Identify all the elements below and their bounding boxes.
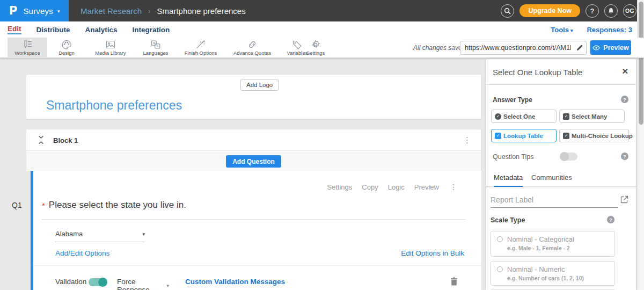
caret-down-icon: ▾: [166, 283, 169, 288]
answer-dropdown-value: Alabama: [55, 230, 83, 238]
question-settings-panel: Select One Lookup Table ✕ Answer Type ? …: [486, 59, 636, 290]
page-scrollbar-thumb[interactable]: [639, 2, 643, 125]
question-tips-help-icon[interactable]: ?: [621, 153, 628, 160]
collapse-block-icon[interactable]: [38, 135, 44, 147]
answer-type-multi-choice-lookup[interactable]: ✓ Multi-Choice Lookup: [559, 129, 629, 142]
scale-type-help-icon[interactable]: ?: [607, 216, 614, 223]
answer-type-select-many[interactable]: ✓ Select Many: [559, 110, 625, 123]
product-menu-label: Surveys: [23, 6, 53, 16]
question-settings-link[interactable]: Settings: [327, 183, 352, 191]
answer-type-lookup-table[interactable]: ✓ Lookup Table: [491, 129, 557, 142]
question-copy-link[interactable]: Copy: [362, 183, 378, 191]
edit-url-button[interactable]: [573, 41, 586, 55]
add-logo-button[interactable]: Add Logo: [240, 79, 279, 91]
scale-option-nominal-numeric[interactable]: Nominal - Numeric e.g. Number of cars (1…: [491, 261, 615, 286]
question-tips-toggle[interactable]: [560, 153, 577, 161]
block-name[interactable]: Block 1: [53, 136, 78, 144]
preview-button[interactable]: Preview: [590, 40, 631, 55]
report-label-field: [491, 194, 618, 208]
toolbar-item-settings[interactable]: Settings: [298, 38, 333, 58]
translate-icon: ★A: [150, 40, 161, 49]
help-button[interactable]: ?: [586, 4, 599, 18]
force-response-dropdown[interactable]: Force Response ▾: [117, 276, 169, 290]
breadcrumb-parent[interactable]: Market Research: [80, 6, 142, 16]
question-logic-link[interactable]: Logic: [388, 183, 405, 191]
tab-integration[interactable]: Integration: [133, 26, 170, 34]
caret-down-icon: ▾: [570, 28, 573, 33]
toolbar-item-advance-quotas[interactable]: Advance Quotas: [225, 38, 279, 58]
toolbar-item-workspace[interactable]: Workspace: [8, 38, 47, 58]
top-actions: Upgrade Now ? OG: [501, 0, 636, 21]
toolbar-item-media-library[interactable]: Media Library: [86, 38, 135, 58]
notifications-button[interactable]: [604, 4, 618, 18]
toolbar-item-finish-options[interactable]: Finish Options: [176, 38, 225, 58]
breadcrumb-current: Smartphone preferences: [157, 6, 246, 16]
bell-icon: [608, 8, 614, 15]
close-icon[interactable]: ✕: [621, 67, 628, 76]
square-check-icon: ✓: [495, 133, 501, 139]
question-card: Settings Copy Logic Preview ⋮ * Please s…: [31, 171, 481, 290]
survey-url-field: [460, 41, 587, 55]
answer-type-help-icon[interactable]: ?: [621, 96, 628, 103]
square-check-icon: ✓: [563, 133, 569, 139]
validation-toggle[interactable]: [89, 278, 106, 286]
tab-analytics[interactable]: Analytics: [85, 26, 118, 34]
top-bar: P Surveys ▾ Market Research › Smartphone…: [0, 0, 644, 21]
block-menu-dots-icon[interactable]: ⋮: [463, 135, 471, 146]
magic-wand-icon: [195, 40, 206, 49]
add-question-button[interactable]: Add Question: [226, 155, 281, 168]
delete-question-button[interactable]: [450, 277, 458, 288]
circle-check-icon: ✓: [495, 113, 501, 120]
tab-metadata[interactable]: Metadata: [494, 173, 523, 187]
edit-options-in-bulk-link[interactable]: Edit Options in Bulk: [401, 249, 464, 257]
surveys-menu[interactable]: P Surveys ▾: [0, 0, 69, 21]
custom-validation-messages-link[interactable]: Custom Validation Messages: [185, 278, 285, 286]
block-header: Block 1 ⋮: [26, 129, 481, 151]
question-mark-icon: ?: [623, 154, 626, 160]
question-text[interactable]: Please select the state you live in.: [49, 200, 186, 211]
answer-dropdown[interactable]: Alabama ▾: [55, 230, 145, 242]
question-menu-dots-icon[interactable]: ⋮: [450, 183, 457, 192]
scale-option-label: Nominal - Numeric: [507, 265, 565, 273]
tab-edit[interactable]: Edit: [8, 25, 21, 34]
toolbar-item-label: Advance Quotas: [233, 50, 271, 56]
scale-option-nominal-categorical[interactable]: Nominal - Categorical e.g. Male - 1, Fem…: [491, 231, 615, 257]
validation-label: Validation: [55, 278, 86, 286]
answer-type-label-text: Lookup Table: [503, 133, 543, 139]
radio-icon: [497, 266, 503, 272]
app-screen: P Surveys ▾ Market Research › Smartphone…: [0, 0, 644, 290]
nav-right: Tools▾ Responses: 3: [551, 21, 632, 38]
chain-links-icon: [247, 40, 258, 49]
options-links-row: Add/Edit Options Edit Options in Bulk: [55, 249, 464, 257]
toolbar-item-label: Media Library: [95, 50, 126, 56]
search-button[interactable]: [501, 4, 514, 18]
survey-url-input[interactable]: [460, 44, 573, 52]
questionpro-logo: P: [9, 4, 18, 17]
tab-communities[interactable]: Communities: [531, 173, 572, 186]
scale-option-label: Nominal - Categorical: [507, 235, 574, 243]
report-label-input[interactable]: [491, 194, 618, 207]
toolbar-item-design[interactable]: Design: [47, 38, 86, 58]
question-number: Q1: [12, 201, 22, 209]
editor-toolbar: Workspace Design Media Library ★A Langua…: [0, 38, 644, 58]
add-edit-options-link[interactable]: Add/Edit Options: [55, 249, 109, 257]
toolbar-item-languages[interactable]: ★A Languages: [135, 38, 176, 58]
trash-icon: [450, 277, 458, 286]
breadcrumb: Market Research › Smartphone preferences: [80, 0, 246, 21]
question-preview-link[interactable]: Preview: [414, 183, 439, 191]
responses-link[interactable]: Responses: 3: [587, 26, 632, 34]
toolbar-item-label: Finish Options: [185, 50, 217, 56]
account-avatar[interactable]: OG: [623, 4, 636, 18]
tab-distribute[interactable]: Distribute: [36, 26, 70, 34]
survey-nav-bar: Edit Distribute Analytics Integration To…: [0, 21, 644, 38]
open-external-button[interactable]: [620, 195, 628, 206]
question-divider: [33, 265, 481, 266]
survey-header-card: Add Logo Smartphone preferences: [26, 74, 481, 119]
survey-title[interactable]: Smartphone preferences: [46, 98, 182, 113]
square-check-icon: ✓: [563, 113, 569, 120]
answer-type-select-one[interactable]: ✓ Select One: [491, 110, 557, 123]
svg-text:A: A: [156, 44, 159, 48]
upgrade-now-button[interactable]: Upgrade Now: [519, 4, 580, 17]
tools-menu[interactable]: Tools▾: [551, 26, 573, 34]
toggle-knob: [560, 152, 569, 161]
